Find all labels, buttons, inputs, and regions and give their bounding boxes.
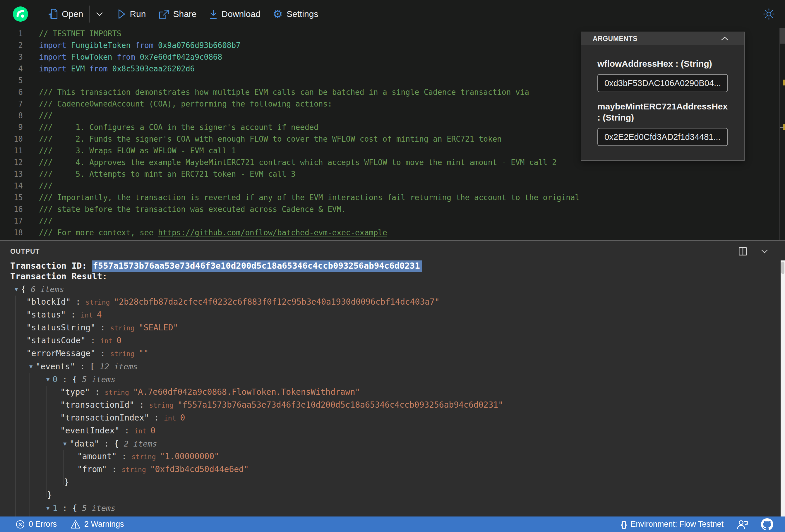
expand-arrow-icon[interactable]: ▼ bbox=[46, 505, 49, 511]
code-link[interactable]: https://github.com/onflow/batched-evm-ex… bbox=[158, 228, 387, 237]
line-number: 10 bbox=[0, 133, 23, 145]
open-dropdown-button[interactable] bbox=[95, 11, 104, 17]
json-tree-row: ▼0 : { 5 items bbox=[10, 373, 779, 386]
editor-scrollbar-thumb[interactable] bbox=[780, 28, 785, 44]
line-number: 6 bbox=[0, 86, 23, 98]
json-tree-row: ▼"data" : { 2 items bbox=[10, 437, 779, 450]
json-tree-row: "status" : int 4 bbox=[10, 308, 779, 321]
open-file-icon bbox=[48, 9, 58, 19]
json-tree-row: "type" : string "A.7e60df042a9c0868.Flow… bbox=[10, 386, 779, 399]
json-tree-row: "statusString" : string "SEALED" bbox=[10, 321, 779, 334]
maybe-mint-erc721-address-input[interactable] bbox=[598, 128, 728, 146]
code-line: 17/// bbox=[0, 215, 785, 227]
run-play-icon bbox=[118, 9, 126, 19]
gear-icon: ⚙ bbox=[273, 9, 283, 19]
flow-logo-icon[interactable] bbox=[13, 6, 28, 22]
share-icon bbox=[158, 9, 169, 19]
line-number: 17 bbox=[0, 215, 23, 227]
warning-marker bbox=[783, 80, 785, 85]
environment-status[interactable]: {} Environment: Flow Testnet bbox=[621, 520, 724, 529]
expand-arrow-icon[interactable]: ▼ bbox=[15, 286, 18, 292]
download-button[interactable]: Download bbox=[209, 9, 260, 19]
json-tree-row: ▼1 : { 5 items bbox=[10, 502, 779, 514]
download-icon bbox=[209, 9, 218, 19]
transaction-result-label: Transaction Result: bbox=[10, 271, 779, 281]
json-tree: ▼{ 6 items"blockId" : string "2b28cbfb87… bbox=[10, 283, 779, 517]
chevron-down-icon bbox=[95, 11, 104, 17]
output-scrollbar[interactable] bbox=[781, 260, 785, 517]
download-label: Download bbox=[222, 9, 260, 19]
line-number: 14 bbox=[0, 180, 23, 192]
code-line: 16/// state before the transaction was e… bbox=[0, 203, 785, 215]
arguments-header[interactable]: ARGUMENTS bbox=[581, 32, 744, 45]
output-body: Transaction ID: f557a1573b76aa53e73d46f3… bbox=[10, 260, 779, 517]
transaction-id-value[interactable]: f557a1573b76aa53e73d46f3e10d200d5c18a653… bbox=[92, 260, 422, 272]
error-icon bbox=[15, 520, 25, 529]
run-button[interactable]: Run bbox=[118, 9, 146, 19]
editor-scrollbar[interactable] bbox=[780, 28, 785, 240]
json-tree-row: "transactionIndex" : int 0 bbox=[10, 411, 779, 424]
arguments-panel: ARGUMENTS wflowAddressHex : (String) may… bbox=[581, 32, 744, 161]
argument-label: maybeMintERC721AddressHex : (String) bbox=[598, 101, 727, 123]
output-scrollbar-thumb[interactable] bbox=[781, 262, 784, 274]
json-tree-row: "blockId" : string "2b28cbfb87da2cfec4f0… bbox=[10, 296, 779, 308]
expand-arrow-icon[interactable]: ▼ bbox=[63, 440, 67, 447]
line-number: 7 bbox=[0, 98, 23, 110]
line-number: 2 bbox=[0, 40, 23, 51]
line-number: 1 bbox=[0, 28, 23, 40]
json-tree-row: ▼"events" : [ 12 items bbox=[10, 360, 779, 373]
braces-icon: {} bbox=[621, 520, 627, 529]
warning-icon bbox=[70, 520, 81, 529]
transaction-id-line: Transaction ID: f557a1573b76aa53e73d46f3… bbox=[10, 260, 779, 271]
transaction-id-label: Transaction ID: bbox=[10, 261, 92, 271]
collapse-output-chevron-icon[interactable] bbox=[760, 249, 769, 254]
settings-label: Settings bbox=[286, 9, 318, 19]
theme-toggle-sun-icon[interactable] bbox=[763, 8, 775, 20]
warnings-status[interactable]: 2 Warnings bbox=[70, 520, 124, 529]
wflow-address-input[interactable] bbox=[598, 74, 728, 92]
line-number: 9 bbox=[0, 122, 23, 133]
split-view-icon[interactable] bbox=[738, 246, 748, 256]
json-tree-row: "statusCode" : int 0 bbox=[10, 334, 779, 347]
share-label: Share bbox=[173, 9, 196, 19]
json-tree-row: "transactionId" : string "f557a1573b76aa… bbox=[10, 399, 779, 411]
expand-arrow-icon[interactable]: ▼ bbox=[46, 376, 49, 382]
open-label: Open bbox=[62, 9, 83, 19]
open-button[interactable]: Open bbox=[48, 9, 83, 19]
json-tree-row: ▼{ 6 items bbox=[10, 283, 779, 296]
code-line: 13/// 5. Attempts to mint an ERC721 toke… bbox=[0, 168, 785, 180]
line-number: 12 bbox=[0, 156, 23, 168]
output-panel: OUTPUT Transaction ID: f557a1573b76aa53e… bbox=[0, 240, 785, 516]
github-icon[interactable] bbox=[761, 518, 773, 531]
code-line: 14/// bbox=[0, 180, 785, 192]
line-number: 5 bbox=[0, 75, 23, 86]
line-number: 16 bbox=[0, 203, 23, 215]
warnings-label: 2 Warnings bbox=[84, 520, 124, 529]
flow-playground-window: Open Run bbox=[0, 0, 785, 532]
arguments-body: wflowAddressHex : (String) maybeMintERC7… bbox=[581, 45, 744, 155]
line-number: 4 bbox=[0, 63, 23, 75]
account-check-icon[interactable] bbox=[736, 519, 748, 530]
status-bar: 0 Errors 2 Warnings {} Environment: Flow… bbox=[0, 516, 785, 532]
json-tree-row: "eventIndex" : int 0 bbox=[10, 424, 779, 437]
errors-label: 0 Errors bbox=[29, 520, 57, 529]
code-line: 18/// For more context, see https://gith… bbox=[0, 227, 785, 238]
settings-button[interactable]: ⚙ Settings bbox=[273, 9, 318, 19]
expand-arrow-icon[interactable]: ▼ bbox=[29, 363, 32, 370]
share-button[interactable]: Share bbox=[158, 9, 196, 19]
line-number: 11 bbox=[0, 145, 23, 156]
line-number: 13 bbox=[0, 168, 23, 180]
argument-label: wflowAddressHex : (String) bbox=[598, 58, 727, 69]
json-tree-row: } bbox=[10, 476, 779, 489]
collapse-chevron-up-icon[interactable] bbox=[720, 36, 729, 41]
toolbar-separator bbox=[89, 5, 90, 23]
arguments-title: ARGUMENTS bbox=[593, 35, 637, 43]
environment-label: Environment: Flow Testnet bbox=[630, 520, 724, 529]
json-tree-row: "from" : string "0xfd3b4cd50d44e6ed" bbox=[10, 463, 779, 476]
toolbar: Open Run bbox=[0, 0, 785, 28]
line-number: 15 bbox=[0, 192, 23, 203]
errors-status[interactable]: 0 Errors bbox=[15, 520, 57, 529]
ruler-position-line bbox=[780, 127, 784, 128]
json-tree-row: "errorMessage" : string "" bbox=[10, 347, 779, 360]
output-title: OUTPUT bbox=[10, 248, 40, 255]
